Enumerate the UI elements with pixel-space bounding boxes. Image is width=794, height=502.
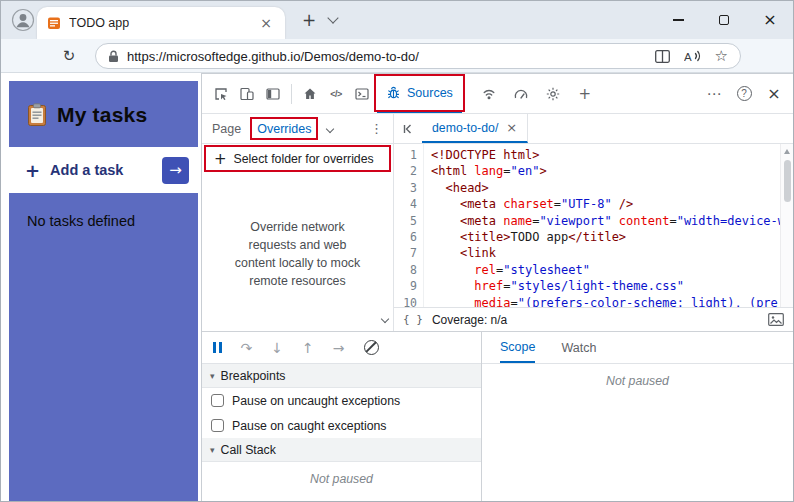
devtools-toolbar: </> Sources + ⋯ ? × [202,74,793,114]
new-tab-button[interactable]: + [299,10,319,30]
split-screen-icon[interactable] [655,50,670,63]
dock-panel-icon[interactable] [260,81,286,107]
debugger-drawer: ↷ ↓ ↑ → ▾ Breakpoints Pause on uncaught … [202,332,793,501]
lock-icon [108,50,119,63]
debugger-controls: ↷ ↓ ↑ → [202,332,481,364]
close-devtools-icon[interactable]: × [761,81,787,107]
pause-script-icon[interactable] [213,342,222,353]
maximize-button[interactable] [701,1,747,39]
tab-network-icon[interactable] [476,81,502,107]
page-header: My tasks [9,81,198,127]
tab-scope[interactable]: Scope [500,332,535,363]
tab-performance-icon[interactable] [508,81,534,107]
bug-icon [386,85,401,100]
step-over-icon[interactable]: ↷ [241,341,253,355]
breakpoints-section-header[interactable]: ▾ Breakpoints [202,364,481,388]
deactivate-breakpoints-icon[interactable] [364,340,379,355]
pause-caught-checkbox[interactable] [211,419,224,432]
add-task-submit-icon[interactable]: → [162,157,189,184]
step-out-icon[interactable]: ↑ [302,341,314,355]
coverage-label: Coverage: n/a [432,313,507,327]
tab-application-gear-icon[interactable] [540,81,566,107]
collapse-caret-icon: ▾ [210,371,215,381]
scrollbar-thumb[interactable] [784,160,791,202]
tab-title: TODO app [69,16,249,30]
media-image-icon[interactable] [768,313,784,326]
sidebar-tabs: Page Overrides ⋮ [202,114,393,144]
close-icon: × [763,12,776,28]
sources-sidebar: Page Overrides ⋮ + Select folder for ove… [202,114,394,331]
select-folder-for-overrides-button[interactable]: + Select folder for overrides [204,145,391,172]
tab-console-icon[interactable] [349,81,375,107]
sidebar-scroll-chevron-icon[interactable] [382,308,388,326]
coverage-statusbar: { } Coverage: n/a [394,307,793,331]
sidebar-tab-page[interactable]: Page [212,122,241,136]
code-lines[interactable]: <!DOCTYPE html><html lang="en"> <head> <… [424,144,780,307]
navigator-toggle-icon[interactable] [394,114,422,143]
pause-uncaught-row: Pause on uncaught exceptions [202,388,481,413]
code-editor: 12345678910 <!DOCTYPE html><html lang="e… [394,144,793,307]
page-title: My tasks [57,103,147,127]
toolbar-right-actions: ⋯ ? × [701,81,787,107]
sidebar-tab-overrides[interactable]: Overrides [257,122,311,136]
tab-sources[interactable]: Sources [377,74,462,113]
editor-tab-demo-to-do[interactable]: demo-to-do/ × [422,114,528,143]
pause-caught-label: Pause on caught exceptions [232,419,387,433]
device-emulation-icon[interactable] [234,81,260,107]
address-bar[interactable]: https://microsoftedge.github.io/Demos/de… [95,43,741,69]
maximize-icon [719,15,729,25]
pause-uncaught-checkbox[interactable] [211,394,224,407]
add-task-button[interactable]: + Add a task → [9,147,198,193]
empty-tasks-message: No tasks defined [27,213,198,229]
call-stack-section-header[interactable]: ▾ Call Stack [202,438,481,462]
plus-icon: + [214,150,227,168]
tab-close-icon[interactable]: × [257,14,275,32]
tab-welcome-home-icon[interactable] [297,81,323,107]
pause-caught-row: Pause on caught exceptions [202,413,481,438]
tab-list-chevron-icon[interactable] [329,14,337,22]
customize-devtools-icon[interactable]: ⋯ [701,81,727,107]
pretty-print-icon[interactable]: { } [403,313,423,326]
read-aloud-icon[interactable]: A [684,49,701,63]
close-window-button[interactable]: × [747,1,793,39]
refresh-button[interactable]: ↻ [59,46,79,66]
scope-tabs: Scope Watch [482,332,793,364]
url-text[interactable]: https://microsoftedge.github.io/Demos/de… [127,49,647,64]
todo-app-panel: My tasks + Add a task → No tasks defined [9,81,198,501]
scrollbar-up-arrow-icon[interactable] [784,149,790,154]
toolbar-divider [291,84,292,104]
address-toolbar: ↻ https://microsoftedge.github.io/Demos/… [1,39,793,73]
sources-panel-body: Page Overrides ⋮ + Select folder for ove… [202,114,793,332]
browser-window: TODO app × + × ↻ https://microsoftedge.g… [0,0,794,502]
browser-tab[interactable]: TODO app × [37,7,285,39]
inspect-icon[interactable] [208,81,234,107]
select-folder-label: Select folder for overrides [234,152,374,166]
tab-elements-icon[interactable]: </> [323,81,349,107]
step-into-icon[interactable]: ↓ [271,341,283,355]
sidebar-more-options-icon[interactable]: ⋮ [370,121,383,136]
editor-scrollbar[interactable] [780,144,793,307]
call-stack-label: Call Stack [221,443,276,457]
editor-tab-close-icon[interactable]: × [506,120,517,135]
devtools-panel: </> Sources + ⋯ ? × Page [201,73,793,501]
step-icon[interactable]: → [333,341,345,355]
help-glyph: ? [737,86,752,101]
help-icon[interactable]: ? [731,81,757,107]
titlebar: TODO app × + × [1,1,793,39]
address-bar-actions: A ☆ [655,47,728,65]
overrides-description: Override network requests and web conten… [202,218,393,290]
minimize-button[interactable] [655,1,701,39]
toolbar-tab-icons: + [476,81,598,107]
favorites-star-icon[interactable]: ☆ [715,47,728,65]
more-tabs-plus-icon[interactable]: + [572,81,598,107]
plus-icon: + [25,160,40,181]
tab-favicon-icon [47,16,61,30]
minimize-icon [673,19,684,20]
sources-editor: demo-to-do/ × 12345678910 <!DOCTYPE html… [394,114,793,331]
profile-avatar[interactable] [11,8,35,32]
sidebar-tabs-chevron-icon[interactable] [327,126,333,132]
person-icon [11,8,35,32]
pause-uncaught-label: Pause on uncaught exceptions [232,394,400,408]
add-task-label: Add a task [50,162,123,178]
tab-watch[interactable]: Watch [561,332,596,363]
